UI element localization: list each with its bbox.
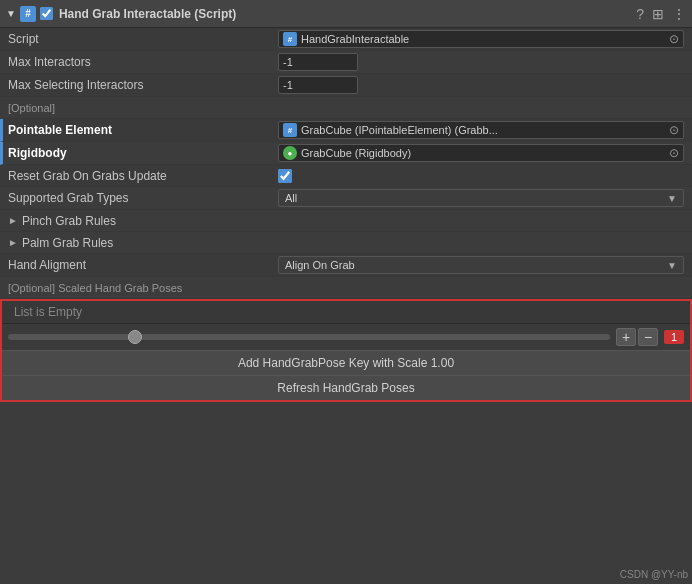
script-row: Script # HandGrabInteractable ⊙ bbox=[0, 28, 692, 51]
supported-grab-row: Supported Grab Types All ▼ bbox=[0, 187, 692, 210]
max-interactors-label: Max Interactors bbox=[8, 55, 278, 69]
component-enabled-checkbox[interactable] bbox=[40, 7, 53, 20]
palm-arrow-icon: ► bbox=[8, 237, 18, 248]
palm-grab-label: Palm Grab Rules bbox=[22, 236, 113, 250]
script-field[interactable]: # HandGrabInteractable ⊙ bbox=[278, 30, 684, 48]
palm-grab-foldout[interactable]: ► Palm Grab Rules bbox=[0, 232, 692, 254]
scaled-hand-row: [Optional] Scaled Hand Grab Poses bbox=[0, 277, 692, 299]
supported-grab-value: All bbox=[285, 192, 297, 204]
component-title: Hand Grab Interactable (Script) bbox=[59, 7, 636, 21]
rigidbody-row: Rigidbody ● GrabCube (Rigidbody) ⊙ bbox=[0, 142, 692, 165]
menu-icon[interactable]: ⋮ bbox=[672, 6, 686, 22]
hand-alignment-value: Align On Grab bbox=[285, 259, 355, 271]
max-selecting-input[interactable] bbox=[278, 76, 358, 94]
max-interactors-input[interactable] bbox=[278, 53, 358, 71]
hand-alignment-label: Hand Aligment bbox=[8, 258, 278, 272]
reset-grab-checkbox[interactable] bbox=[278, 169, 292, 183]
pinch-arrow-icon: ► bbox=[8, 215, 18, 226]
target-icon[interactable]: ⊙ bbox=[669, 32, 679, 46]
rigidbody-value: GrabCube (Rigidbody) bbox=[301, 147, 411, 159]
max-selecting-row: Max Selecting Interactors bbox=[0, 74, 692, 97]
pinch-grab-foldout[interactable]: ► Pinch Grab Rules bbox=[0, 210, 692, 232]
scale-slider-track[interactable] bbox=[8, 334, 610, 340]
reset-grab-row: Reset Grab On Grabs Update bbox=[0, 165, 692, 187]
collapse-arrow[interactable]: ▼ bbox=[6, 8, 16, 19]
optional-label: [Optional] bbox=[8, 102, 278, 114]
supported-grab-label: Supported Grab Types bbox=[8, 191, 278, 205]
hand-alignment-row: Hand Aligment Align On Grab ▼ bbox=[0, 254, 692, 277]
optional-row: [Optional] bbox=[0, 97, 692, 119]
settings-icon[interactable]: ⊞ bbox=[652, 6, 664, 22]
hand-alignment-dropdown[interactable]: Align On Grab ▼ bbox=[278, 256, 684, 274]
pointable-element-label: Pointable Element bbox=[8, 123, 278, 137]
script-value: HandGrabInteractable bbox=[301, 33, 409, 45]
inspector-panel: ▼ # Hand Grab Interactable (Script) ? ⊞ … bbox=[0, 0, 692, 402]
watermark: CSDN @YY-nb bbox=[620, 569, 688, 580]
help-icon[interactable]: ? bbox=[636, 6, 644, 22]
list-empty-row: List is Empty bbox=[2, 301, 690, 324]
remove-item-button[interactable]: − bbox=[638, 328, 658, 346]
rigidbody-field[interactable]: ● GrabCube (Rigidbody) ⊙ bbox=[278, 144, 684, 162]
list-controls: + − bbox=[616, 328, 658, 346]
scale-slider-thumb[interactable] bbox=[128, 330, 142, 344]
slider-value-display: 1 bbox=[664, 330, 684, 344]
refresh-poses-button[interactable]: Refresh HandGrab Poses bbox=[2, 375, 690, 400]
max-interactors-row: Max Interactors bbox=[0, 51, 692, 74]
dropdown-arrow-icon: ▼ bbox=[667, 193, 677, 204]
scaled-hand-label: [Optional] Scaled Hand Grab Poses bbox=[8, 282, 278, 294]
pinch-grab-label: Pinch Grab Rules bbox=[22, 214, 116, 228]
header-actions: ? ⊞ ⋮ bbox=[636, 6, 686, 22]
reset-grab-label: Reset Grab On Grabs Update bbox=[8, 169, 278, 183]
add-pose-button[interactable]: Add HandGrabPose Key with Scale 1.00 bbox=[2, 350, 690, 375]
list-empty-text: List is Empty bbox=[14, 305, 82, 319]
pointable-element-field[interactable]: # GrabCube (IPointableElement) (Grabb...… bbox=[278, 121, 684, 139]
add-item-button[interactable]: + bbox=[616, 328, 636, 346]
pointable-value: GrabCube (IPointableElement) (Grabb... bbox=[301, 124, 498, 136]
supported-grab-dropdown[interactable]: All ▼ bbox=[278, 189, 684, 207]
rigidbody-icon: ● bbox=[283, 146, 297, 160]
script-icon: # bbox=[283, 32, 297, 46]
hand-alignment-arrow-icon: ▼ bbox=[667, 260, 677, 271]
slider-row: + − 1 bbox=[2, 324, 690, 350]
script-label: Script bbox=[8, 32, 278, 46]
pointable-element-row: Pointable Element # GrabCube (IPointable… bbox=[0, 119, 692, 142]
pointable-target-icon[interactable]: ⊙ bbox=[669, 123, 679, 137]
rigidbody-target-icon[interactable]: ⊙ bbox=[669, 146, 679, 160]
component-icon: # bbox=[20, 6, 36, 22]
hand-grab-poses-section: List is Empty + − 1 Add HandGrabPose Key… bbox=[0, 299, 692, 402]
rigidbody-label: Rigidbody bbox=[8, 146, 278, 160]
pointable-icon: # bbox=[283, 123, 297, 137]
max-selecting-label: Max Selecting Interactors bbox=[8, 78, 278, 92]
component-header: ▼ # Hand Grab Interactable (Script) ? ⊞ … bbox=[0, 0, 692, 28]
